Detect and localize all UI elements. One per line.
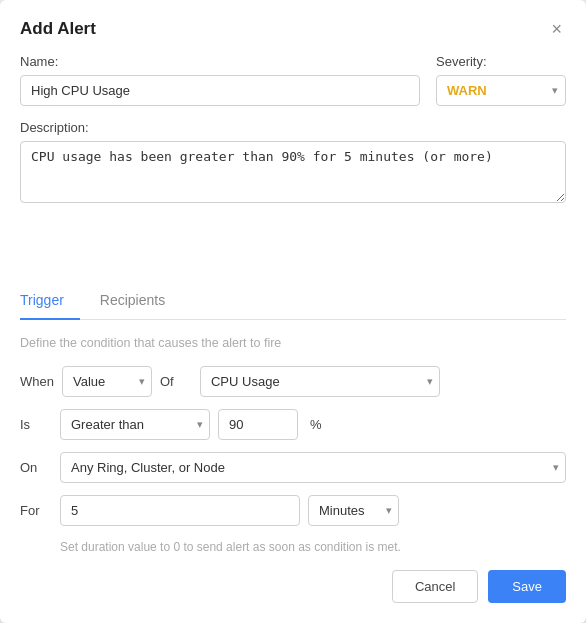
tab-trigger[interactable]: Trigger xyxy=(20,284,80,320)
on-label: On xyxy=(20,460,52,475)
duration-hint: Set duration value to 0 to send alert as… xyxy=(60,540,566,554)
name-group: Name xyxy=(20,54,420,106)
description-group: Description xyxy=(20,120,566,270)
description-textarea[interactable] xyxy=(20,141,566,203)
severity-label: Severity xyxy=(436,54,566,69)
for-label: For xyxy=(20,503,52,518)
threshold-input[interactable] xyxy=(218,409,298,440)
minutes-select-wrap: Minutes Hours Seconds ▾ xyxy=(308,495,399,526)
dialog-header: Add Alert × xyxy=(0,0,586,54)
trigger-hint: Define the condition that causes the ale… xyxy=(20,336,566,350)
on-select-wrap: Any Ring, Cluster, or Node Specific Ring… xyxy=(60,452,566,483)
threshold-unit: % xyxy=(306,417,326,432)
name-input[interactable] xyxy=(20,75,420,106)
tabs-bar: Trigger Recipients xyxy=(20,284,566,320)
when-select-wrap: Value Average Sum ▾ xyxy=(62,366,152,397)
of-select[interactable]: CPU Usage Memory Usage Disk Usage Networ… xyxy=(200,366,440,397)
name-severity-row: Name Severity WARN CRITICAL INFO ▾ xyxy=(20,54,566,106)
cancel-button[interactable]: Cancel xyxy=(392,570,478,603)
when-label: When xyxy=(20,374,54,389)
severity-group: Severity WARN CRITICAL INFO ▾ xyxy=(436,54,566,106)
dialog-footer: Cancel Save xyxy=(0,554,586,623)
for-input[interactable] xyxy=(60,495,300,526)
severity-select-wrap: WARN CRITICAL INFO ▾ xyxy=(436,75,566,106)
when-of-row: When Value Average Sum ▾ Of CPU Usage Me… xyxy=(20,366,566,397)
close-button[interactable]: × xyxy=(547,18,566,40)
is-select[interactable]: Greater than Less than Equal to Not equa… xyxy=(60,409,210,440)
is-select-wrap: Greater than Less than Equal to Not equa… xyxy=(60,409,210,440)
duration-unit-select[interactable]: Minutes Hours Seconds xyxy=(308,495,399,526)
severity-select[interactable]: WARN CRITICAL INFO xyxy=(436,75,566,106)
when-select[interactable]: Value Average Sum xyxy=(62,366,152,397)
is-label: Is xyxy=(20,417,52,432)
tab-recipients[interactable]: Recipients xyxy=(100,284,181,320)
name-label: Name xyxy=(20,54,420,69)
on-row: On Any Ring, Cluster, or Node Specific R… xyxy=(20,452,566,483)
add-alert-dialog: Add Alert × Name Severity WARN CRITICAL … xyxy=(0,0,586,623)
dialog-title: Add Alert xyxy=(20,19,96,39)
for-row: For Minutes Hours Seconds ▾ xyxy=(20,495,566,526)
description-label: Description xyxy=(20,120,566,135)
of-select-wrap: CPU Usage Memory Usage Disk Usage Networ… xyxy=(200,366,440,397)
is-row: Is Greater than Less than Equal to Not e… xyxy=(20,409,566,440)
dialog-body: Name Severity WARN CRITICAL INFO ▾ Descr… xyxy=(0,54,586,554)
on-select[interactable]: Any Ring, Cluster, or Node Specific Ring… xyxy=(60,452,566,483)
save-button[interactable]: Save xyxy=(488,570,566,603)
of-label: Of xyxy=(160,374,192,389)
